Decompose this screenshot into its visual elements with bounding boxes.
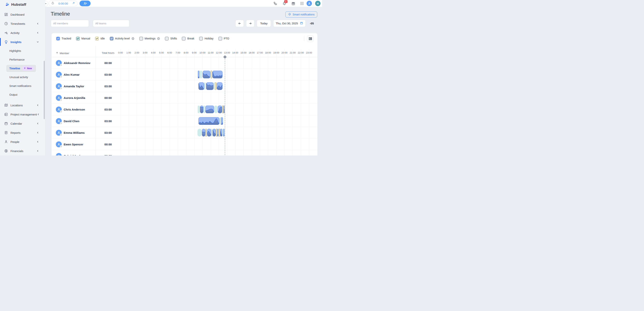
timeline-segment-idle[interactable]	[222, 106, 224, 113]
member-row[interactable]: Amanda Taylor 03:00	[52, 80, 318, 92]
timeline-segment-tracked[interactable]	[221, 117, 223, 125]
timeline-segment-manual[interactable]	[220, 117, 221, 125]
timeline-segment-idle[interactable]	[211, 71, 212, 78]
timeline-segment-tracked[interactable]	[212, 129, 216, 136]
toggle-holiday[interactable]: Holiday	[199, 37, 214, 40]
timeline-segment-manual[interactable]	[200, 71, 202, 78]
notifications-bell-icon[interactable]: 1	[282, 1, 286, 5]
sidebar-item-timeline[interactable]: Timeline New	[0, 64, 45, 73]
sidebar-item-reports[interactable]: Reports	[0, 128, 45, 137]
timeline-segment-manual[interactable]	[198, 106, 200, 113]
member-row[interactable]: Aurora Arjonilla 00:00	[52, 92, 318, 104]
checkbox-pto[interactable]	[218, 37, 222, 40]
sidebar-item-insights[interactable]: Insights	[0, 37, 45, 46]
user-avatar[interactable]: H	[315, 1, 320, 6]
sidebar-item-activity[interactable]: Activity	[0, 28, 45, 37]
sidebar-item-financials[interactable]: Financials	[0, 146, 45, 155]
sidebar-item-highlights[interactable]: Highlights	[0, 46, 45, 55]
gift-icon[interactable]	[291, 1, 295, 5]
toggle-break[interactable]: Break	[182, 37, 194, 40]
sidebar-scrollbar[interactable]	[44, 61, 45, 119]
sidebar-label: Activity	[10, 31, 20, 34]
member-row[interactable]: Aleksandr Remniov 00:00	[52, 57, 318, 69]
timeline-segment-tracked[interactable]	[224, 106, 224, 113]
timeline-segment-tracked[interactable]	[212, 71, 222, 78]
timeline-segment-manual[interactable]	[204, 82, 206, 90]
teams-filter-input[interactable]	[93, 20, 130, 27]
toggle-activity-level[interactable]: Activity level	[110, 37, 134, 40]
checkbox-activity-level[interactable]	[110, 37, 114, 40]
apps-grid-icon[interactable]	[300, 1, 304, 5]
member-row[interactable]: Ewen Spencer 00:00	[52, 139, 318, 150]
member-row[interactable]: Alex Kumar 03:00	[52, 69, 318, 80]
timeline-segment-tracked[interactable]	[203, 71, 210, 78]
timeline-segment-idle[interactable]	[206, 129, 207, 136]
phone-icon[interactable]	[273, 1, 277, 5]
checkbox-idle[interactable]	[95, 37, 99, 40]
today-button[interactable]: Today	[257, 20, 271, 27]
timeline-segment-tracked[interactable]	[218, 106, 222, 113]
member-row[interactable]: David Chen 03:00	[52, 115, 318, 127]
timeline-segment-manual[interactable]	[214, 82, 215, 90]
sidebar-item-smart-notifications[interactable]: Smart notifications	[0, 82, 45, 90]
member-row[interactable]: Emma Williams 03:00	[52, 127, 318, 139]
checkbox-manual[interactable]	[76, 37, 80, 40]
timeline-segment-tracked[interactable]	[200, 106, 204, 113]
timeline-segment-tracked[interactable]	[198, 117, 220, 125]
columns-settings-button[interactable]	[307, 35, 314, 42]
member-column-header[interactable]: Member	[56, 51, 69, 55]
timeline-segment-tracked[interactable]	[220, 129, 222, 136]
timeline-segment-tracked[interactable]	[202, 129, 205, 136]
timeline-segment-tracked[interactable]	[198, 71, 200, 78]
sidebar-item-locations[interactable]: Locations	[0, 101, 45, 110]
sidebar-item-timesheets[interactable]: Timesheets	[0, 19, 45, 28]
toggle-pto[interactable]: PTO	[218, 37, 229, 40]
sidebar-item-dashboard[interactable]: Dashboard	[0, 10, 45, 19]
sidebar-item-people[interactable]: People	[0, 137, 45, 146]
toggle-tracked[interactable]: Tracked	[56, 37, 71, 40]
sidebar-item-project-management[interactable]: Project management	[0, 110, 45, 119]
timeline-segment-idle[interactable]	[219, 129, 220, 136]
members-filter-input[interactable]	[51, 20, 89, 27]
toggle-shifts[interactable]: Shifts	[165, 37, 177, 40]
member-row[interactable]: Chris Anderson 03:00	[52, 104, 318, 115]
timeline-segment-tracked[interactable]	[207, 129, 211, 136]
timer-widget[interactable]: 0:00:00	[48, 0, 78, 6]
toggle-manual[interactable]: Manual	[76, 37, 90, 40]
timeline-segment-tracked[interactable]	[198, 82, 204, 90]
timeline-segment-tracked[interactable]	[217, 129, 219, 136]
timeline-segment-manual[interactable]	[204, 106, 205, 113]
timeline-segment-tracked[interactable]	[205, 106, 214, 113]
sidebar-item-calendar[interactable]: Calendar	[0, 119, 45, 128]
next-day-button[interactable]	[246, 20, 254, 27]
timeline-segment-idle[interactable]	[216, 129, 217, 136]
toggle-idle[interactable]: Idle	[95, 37, 105, 40]
date-picker-button[interactable]: Thu, Oct 30, 2025	[273, 20, 306, 27]
timeline-segment-tracked[interactable]	[206, 82, 214, 90]
sidebar-item-unusual-activity[interactable]: Unusual activity	[0, 73, 45, 82]
timeline-segment-tracked[interactable]	[224, 129, 224, 136]
timeline-segment-manual[interactable]	[198, 129, 202, 136]
timeline-segment-manual[interactable]	[212, 129, 212, 136]
timeline-active-pill[interactable]: Timeline New	[6, 65, 36, 72]
checkbox-meetings[interactable]	[139, 37, 143, 40]
hour-label: 23:00	[305, 51, 313, 54]
timeline-segment-tracked[interactable]	[217, 82, 223, 90]
timeline-segment-manual[interactable]	[214, 106, 217, 113]
info-icon[interactable]	[132, 37, 134, 40]
info-icon[interactable]	[157, 37, 160, 40]
invite-member-button[interactable]	[80, 0, 90, 6]
checkbox-holiday[interactable]	[199, 37, 203, 40]
member-row[interactable]: Gabriel Ayala 00:00	[52, 150, 318, 155]
smart-notifications-button[interactable]: Smart notifications	[286, 11, 317, 17]
checkbox-shifts[interactable]	[165, 37, 168, 40]
hubstaff-logo[interactable]: Hubstaff	[0, 0, 45, 7]
account-avatar[interactable]	[306, 1, 312, 6]
sidebar-item-output[interactable]: Output	[0, 90, 45, 99]
timeline-segment-idle[interactable]	[215, 82, 216, 90]
toggle-meetings[interactable]: Meetings	[139, 37, 160, 40]
checkbox-break[interactable]	[182, 37, 186, 40]
sidebar-item-performance[interactable]: Performance	[0, 55, 45, 64]
previous-day-button[interactable]	[236, 20, 244, 27]
checkbox-tracked[interactable]	[56, 37, 60, 40]
